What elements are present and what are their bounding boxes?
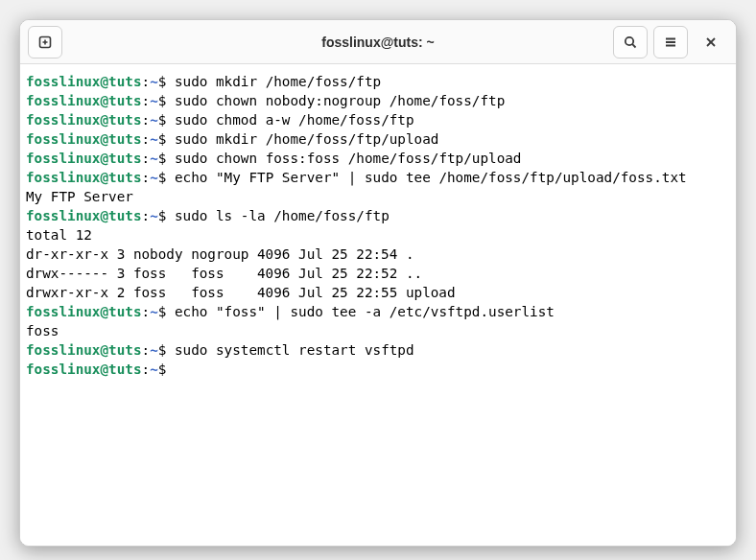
terminal-window: fosslinux@tuts: ~: [19, 19, 737, 547]
prompt-path: ~: [150, 342, 158, 358]
terminal-command-line: fosslinux@tuts:~$ sudo mkdir /home/foss/…: [26, 72, 726, 91]
prompt-path: ~: [150, 112, 158, 128]
output-text: drwxr-xr-x 2 foss foss 4096 Jul 25 22:55…: [26, 285, 456, 300]
prompt-path: ~: [150, 131, 158, 147]
prompt-user-host: fosslinux@tuts: [26, 112, 142, 128]
search-icon: [623, 35, 638, 50]
terminal-output[interactable]: fosslinux@tuts:~$ sudo mkdir /home/foss/…: [20, 64, 736, 546]
command-text: sudo mkdir /home/foss/ftp/upload: [175, 131, 438, 147]
terminal-command-line: fosslinux@tuts:~$ sudo systemctl restart…: [26, 340, 726, 360]
svg-line-4: [632, 44, 635, 47]
prompt-user-host: fosslinux@tuts: [26, 131, 142, 147]
command-text: sudo ls -la /home/foss/ftp: [175, 208, 390, 223]
command-text: echo "My FTP Server" | sudo tee /home/fo…: [175, 170, 687, 185]
output-text: drwx------ 3 foss foss 4096 Jul 25 22:52…: [26, 266, 422, 281]
prompt-path: ~: [150, 362, 158, 377]
terminal-command-line: fosslinux@tuts:~$ echo "My FTP Server" |…: [26, 168, 726, 187]
command-text: sudo chmod a-w /home/foss/ftp: [175, 112, 414, 128]
output-text: total 12: [26, 227, 92, 243]
search-button[interactable]: [613, 26, 648, 58]
terminal-output-line: total 12: [26, 225, 726, 245]
titlebar: fosslinux@tuts: ~: [20, 20, 736, 64]
prompt-path: ~: [150, 170, 158, 185]
terminal-output-line: My FTP Server: [26, 187, 726, 206]
prompt-path: ~: [150, 208, 158, 223]
close-icon: [704, 35, 718, 49]
terminal-command-line: fosslinux@tuts:~$ sudo mkdir /home/foss/…: [26, 129, 726, 149]
hamburger-icon: [663, 35, 678, 50]
command-text: sudo chown nobody:nogroup /home/foss/ftp: [175, 93, 505, 108]
command-text: sudo mkdir /home/foss/ftp: [175, 74, 381, 89]
prompt-user-host: fosslinux@tuts: [26, 170, 142, 185]
terminal-output-line: drwx------ 3 foss foss 4096 Jul 25 22:52…: [26, 264, 726, 283]
terminal-output-line: drwxr-xr-x 2 foss foss 4096 Jul 25 22:55…: [26, 283, 726, 302]
command-text: echo "foss" | sudo tee -a /etc/vsftpd.us…: [175, 304, 555, 319]
svg-point-3: [626, 36, 633, 44]
terminal-command-line: fosslinux@tuts:~$ echo "foss" | sudo tee…: [26, 302, 726, 321]
new-tab-icon: [37, 35, 53, 50]
output-text: dr-xr-xr-x 3 nobody nogroup 4096 Jul 25 …: [26, 246, 414, 262]
new-tab-button[interactable]: [28, 26, 62, 58]
prompt-path: ~: [150, 74, 158, 89]
prompt-user-host: fosslinux@tuts: [26, 362, 142, 377]
prompt-path: ~: [150, 93, 158, 108]
command-text: sudo systemctl restart vsftpd: [175, 342, 414, 358]
prompt-user-host: fosslinux@tuts: [26, 304, 142, 319]
prompt-path: ~: [150, 151, 158, 166]
terminal-output-line: dr-xr-xr-x 3 nobody nogroup 4096 Jul 25 …: [26, 245, 726, 264]
prompt-user-host: fosslinux@tuts: [26, 208, 142, 223]
terminal-command-line: fosslinux@tuts:~$ sudo chown nobody:nogr…: [26, 91, 726, 110]
output-text: foss: [26, 323, 59, 338]
terminal-command-line: fosslinux@tuts:~$ sudo chown foss:foss /…: [26, 149, 726, 168]
terminal-command-line: fosslinux@tuts:~$ sudo chmod a-w /home/f…: [26, 110, 726, 129]
terminal-command-line: fosslinux@tuts:~$: [26, 360, 726, 379]
output-text: My FTP Server: [26, 189, 133, 204]
prompt-path: ~: [150, 304, 158, 319]
prompt-user-host: fosslinux@tuts: [26, 93, 142, 108]
close-button[interactable]: [694, 26, 728, 58]
menu-button[interactable]: [653, 26, 688, 58]
terminal-command-line: fosslinux@tuts:~$ sudo ls -la /home/foss…: [26, 206, 726, 225]
prompt-user-host: fosslinux@tuts: [26, 151, 142, 166]
terminal-output-line: foss: [26, 321, 726, 340]
prompt-user-host: fosslinux@tuts: [26, 74, 142, 89]
command-text: sudo chown foss:foss /home/foss/ftp/uplo…: [175, 151, 522, 166]
prompt-user-host: fosslinux@tuts: [26, 342, 142, 358]
